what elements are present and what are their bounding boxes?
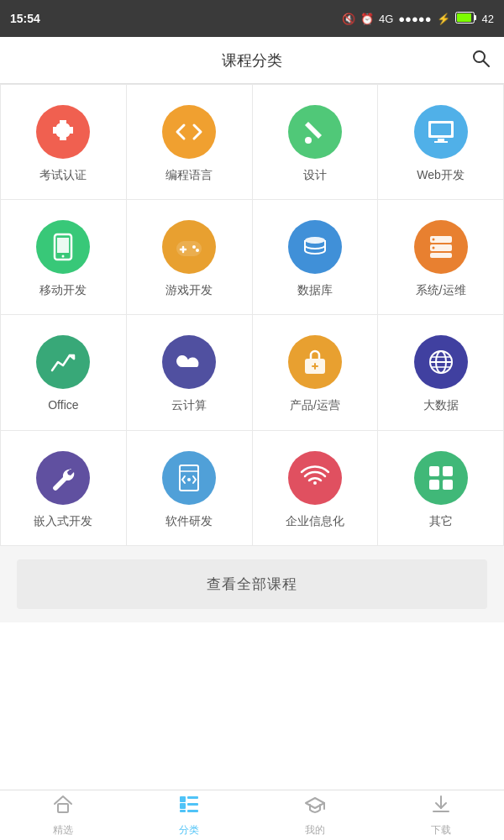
status-charging-icon: ⚡ bbox=[437, 13, 450, 25]
view-all-section: 查看全部课程 bbox=[0, 546, 504, 622]
category-label-other: 其它 bbox=[429, 513, 453, 528]
svg-rect-12 bbox=[57, 238, 69, 253]
svg-rect-38 bbox=[443, 480, 453, 490]
category-icon-office bbox=[36, 335, 90, 389]
nav-item-mine[interactable]: 我的 bbox=[252, 790, 378, 840]
svg-rect-43 bbox=[187, 803, 198, 806]
svg-rect-41 bbox=[187, 796, 198, 799]
category-icon-cloud bbox=[162, 335, 216, 389]
category-label-programming: 编程语言 bbox=[165, 167, 213, 182]
category-icon-programming bbox=[162, 105, 216, 159]
category-label-mobile: 移动开发 bbox=[39, 282, 87, 297]
nav-label-mine: 我的 bbox=[305, 823, 325, 837]
nav-icon-featured bbox=[52, 793, 74, 820]
view-all-button[interactable]: 查看全部课程 bbox=[17, 559, 487, 609]
svg-point-19 bbox=[305, 237, 325, 244]
category-item-design[interactable]: 设计 bbox=[253, 85, 379, 200]
category-label-exam: 考试认证 bbox=[39, 167, 87, 182]
svg-point-13 bbox=[62, 255, 65, 258]
category-item-product[interactable]: 产品/运营 bbox=[253, 315, 379, 430]
category-label-bigdata: 大数据 bbox=[423, 397, 459, 412]
svg-rect-35 bbox=[429, 466, 439, 476]
svg-rect-36 bbox=[443, 466, 453, 476]
category-label-database: 数据库 bbox=[297, 282, 333, 297]
nav-icon-mine bbox=[304, 793, 326, 820]
category-item-embedded[interactable]: 嵌入式开发 bbox=[1, 431, 127, 546]
status-signal-icon: ●●●●● bbox=[398, 13, 431, 25]
category-item-web[interactable]: Web开发 bbox=[378, 85, 504, 200]
svg-rect-37 bbox=[429, 480, 439, 490]
svg-rect-8 bbox=[431, 123, 451, 135]
category-label-software: 软件研发 bbox=[165, 513, 213, 528]
svg-marker-46 bbox=[306, 798, 324, 808]
category-item-enterprise[interactable]: 企业信息化 bbox=[253, 431, 379, 546]
nav-label-featured: 精选 bbox=[53, 823, 73, 837]
nav-label-download: 下载 bbox=[431, 823, 451, 837]
svg-point-23 bbox=[432, 239, 434, 241]
svg-rect-44 bbox=[180, 810, 186, 812]
nav-item-category[interactable]: 分类 bbox=[126, 790, 252, 840]
category-item-exam[interactable]: 考试认证 bbox=[1, 85, 127, 200]
category-icon-game bbox=[162, 220, 216, 274]
page-title: 课程分类 bbox=[222, 50, 282, 71]
category-icon-software bbox=[162, 451, 216, 505]
category-item-game[interactable]: 游戏开发 bbox=[127, 200, 253, 315]
category-item-sysops[interactable]: 系统/运维 bbox=[378, 200, 504, 315]
category-item-other[interactable]: 其它 bbox=[378, 431, 504, 546]
category-label-sysops: 系统/运维 bbox=[416, 282, 466, 297]
category-icon-design bbox=[288, 105, 342, 159]
svg-point-34 bbox=[187, 478, 191, 481]
nav-item-featured[interactable]: 精选 bbox=[0, 790, 126, 840]
header: 课程分类 bbox=[0, 37, 504, 84]
svg-rect-40 bbox=[180, 796, 186, 802]
category-item-bigdata[interactable]: 大数据 bbox=[378, 315, 504, 430]
category-icon-mobile bbox=[36, 220, 90, 274]
svg-point-18 bbox=[196, 249, 199, 252]
main-content: 考试认证 编程语言 设计 Web开发 移动开发 游戏开发 数据库 bbox=[0, 84, 504, 790]
status-mute-icon: 🔇 bbox=[342, 13, 355, 25]
category-label-enterprise: 企业信息化 bbox=[286, 513, 344, 528]
category-label-cloud: 云计算 bbox=[171, 397, 207, 412]
category-item-software[interactable]: 软件研发 bbox=[127, 431, 253, 546]
svg-rect-42 bbox=[180, 803, 186, 809]
category-label-design: 设计 bbox=[303, 167, 327, 182]
category-label-office: Office bbox=[48, 397, 78, 412]
svg-rect-22 bbox=[430, 253, 452, 258]
status-network: 4G bbox=[379, 13, 393, 25]
category-icon-database bbox=[288, 220, 342, 274]
category-item-database[interactable]: 数据库 bbox=[253, 200, 379, 315]
svg-rect-2 bbox=[457, 13, 471, 22]
category-icon-product bbox=[288, 335, 342, 389]
category-icon-bigdata bbox=[414, 335, 468, 389]
status-alarm-icon: ⏰ bbox=[360, 13, 374, 25]
nav-item-download[interactable]: 下载 bbox=[378, 790, 504, 840]
category-icon-enterprise bbox=[288, 451, 342, 505]
category-icon-sysops bbox=[414, 220, 468, 274]
category-item-mobile[interactable]: 移动开发 bbox=[1, 200, 127, 315]
category-icon-embedded bbox=[36, 451, 90, 505]
svg-point-24 bbox=[432, 247, 434, 249]
nav-icon-download bbox=[430, 793, 452, 820]
svg-rect-1 bbox=[474, 15, 476, 20]
status-bar: 15:54 🔇 ⏰ 4G ●●●●● ⚡ 42 bbox=[0, 0, 504, 37]
category-label-game: 游戏开发 bbox=[165, 282, 213, 297]
status-battery bbox=[455, 12, 477, 26]
status-battery-level: 42 bbox=[482, 13, 494, 25]
category-icon-web bbox=[414, 105, 468, 159]
svg-rect-45 bbox=[187, 810, 198, 812]
category-item-programming[interactable]: 编程语言 bbox=[127, 85, 253, 200]
category-item-office[interactable]: Office bbox=[1, 315, 127, 430]
search-button[interactable] bbox=[470, 48, 491, 73]
category-item-cloud[interactable]: 云计算 bbox=[127, 315, 253, 430]
category-icon-other bbox=[414, 451, 468, 505]
category-label-embedded: 嵌入式开发 bbox=[34, 513, 92, 528]
category-label-web: Web开发 bbox=[417, 167, 465, 182]
svg-rect-39 bbox=[58, 804, 68, 812]
svg-point-5 bbox=[305, 137, 312, 144]
status-right: 🔇 ⏰ 4G ●●●●● ⚡ 42 bbox=[342, 12, 494, 26]
svg-line-4 bbox=[484, 60, 490, 66]
category-grid: 考试认证 编程语言 设计 Web开发 移动开发 游戏开发 数据库 bbox=[0, 84, 504, 546]
bottom-nav: 精选 分类 我的 下载 bbox=[0, 790, 504, 840]
category-icon-exam bbox=[36, 105, 90, 159]
svg-rect-10 bbox=[434, 141, 448, 143]
